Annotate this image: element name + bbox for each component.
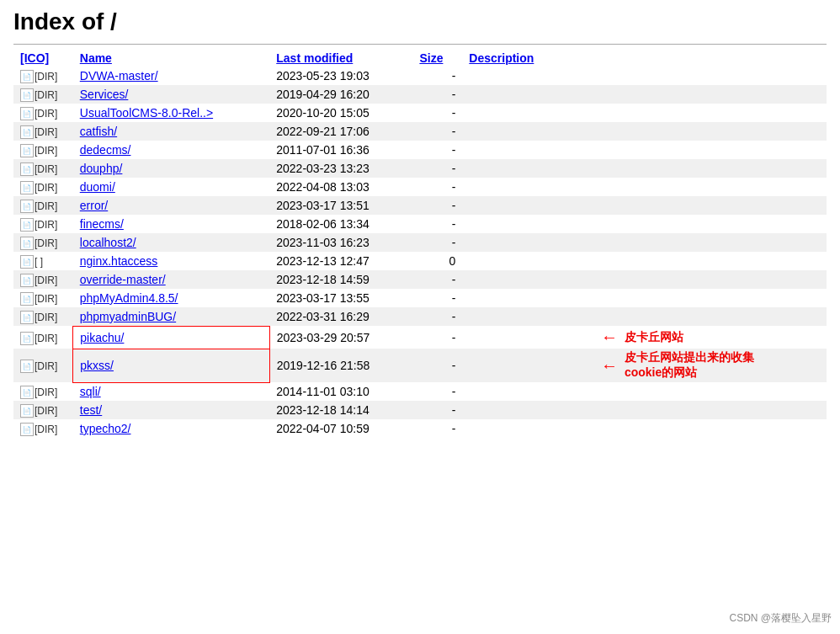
size-cell: - [412, 215, 462, 233]
name-cell: pkxss/ [73, 349, 270, 382]
name-cell: sqli/ [73, 382, 270, 401]
name-cell: localhost2/ [73, 233, 270, 252]
file-link[interactable]: duomi/ [80, 180, 115, 194]
modified-cell: 2023-12-18 14:14 [269, 401, 412, 419]
file-link[interactable]: douphp/ [80, 162, 123, 175]
size-cell: - [412, 196, 462, 215]
size-cell: - [412, 349, 462, 382]
modified-cell: 2022-03-31 16:29 [269, 307, 412, 326]
name-cell: finecms/ [73, 215, 270, 233]
file-link[interactable]: UsualToolCMS-8.0-Rel..> [80, 106, 213, 120]
modified-cell: 2023-11-03 16:23 [269, 233, 412, 252]
callout-cell [567, 233, 827, 252]
desc-cell [462, 252, 567, 270]
desc-cell [462, 233, 567, 252]
modified-cell: 2022-09-21 17:06 [269, 122, 412, 141]
file-icon: 📄 [20, 218, 34, 232]
callout-cell [567, 401, 827, 419]
file-link[interactable]: finecms/ [80, 217, 124, 231]
modified-cell: 2023-03-29 20:57 [269, 326, 412, 349]
file-icon: 📄 [20, 237, 34, 250]
file-link[interactable]: test/ [80, 403, 102, 417]
file-link[interactable]: override-master/ [80, 273, 166, 286]
dir-badge: [DIR] [35, 312, 57, 323]
file-link[interactable]: typecho2/ [80, 422, 131, 435]
file-icon: 📄 [20, 274, 34, 287]
modified-cell: 2023-03-17 13:51 [269, 196, 412, 215]
table-row: 📄 [DIR] pikachu/2023-03-29 20:57- ← 皮卡丘网… [13, 326, 827, 349]
dir-badge: [DIR] [35, 89, 57, 101]
file-icon: 📄 [20, 386, 34, 399]
callout-cell [567, 382, 827, 401]
desc-cell [462, 419, 567, 438]
file-link[interactable]: phpmyadminBUG/ [80, 310, 176, 323]
file-type-icon-cell: 📄 [DIR] [13, 67, 73, 85]
callout-cell [567, 215, 827, 233]
file-link[interactable]: nginx.htaccess [80, 254, 158, 268]
table-row: 📄 [DIR] phpMyAdmin4.8.5/2023-03-17 13:55… [13, 289, 827, 307]
file-type-icon-cell: 📄 [DIR] [13, 215, 73, 233]
name-cell: phpMyAdmin4.8.5/ [73, 289, 270, 307]
desc-cell [462, 159, 567, 178]
desc-cell [462, 349, 567, 382]
callout-cell [567, 141, 827, 159]
file-link[interactable]: catfish/ [80, 125, 117, 138]
file-type-icon-cell: 📄 [DIR] [13, 349, 73, 382]
table-row: 📄 [DIR] duomi/2022-04-08 13:03- [13, 178, 827, 196]
modified-cell: 2022-04-08 13:03 [269, 178, 412, 196]
table-row: 📄 [DIR] catfish/2022-09-21 17:06- [13, 122, 827, 141]
modified-cell: 2014-11-01 03:10 [269, 382, 412, 401]
name-cell: test/ [73, 401, 270, 419]
size-cell: - [412, 419, 462, 438]
col-size: Size [412, 50, 462, 67]
desc-cell [462, 196, 567, 215]
modified-cell: 2019-12-16 21:58 [269, 349, 412, 382]
table-header-row: [ICO] Name Last modified Size Descriptio… [13, 50, 827, 67]
page-title: Index of / [13, 8, 827, 35]
col-ico: [ICO] [13, 50, 73, 67]
size-cell: - [412, 289, 462, 307]
file-type-icon-cell: 📄 [DIR] [13, 307, 73, 326]
desc-cell [462, 382, 567, 401]
file-link[interactable]: error/ [80, 199, 108, 212]
callout-cell [567, 419, 827, 438]
name-cell: nginx.htaccess [73, 252, 270, 270]
file-icon: 📄 [20, 200, 34, 213]
table-row: 📄 [DIR] UsualToolCMS-8.0-Rel..>2020-10-2… [13, 104, 827, 122]
dir-badge: [DIR] [35, 126, 57, 138]
file-icon: 📄 [20, 404, 34, 418]
size-cell: 0 [412, 252, 462, 270]
file-icon: 📄 [20, 125, 34, 139]
size-cell: - [412, 122, 462, 141]
file-type-icon-cell: 📄 [DIR] [13, 85, 73, 104]
file-link[interactable]: DVWA-master/ [80, 69, 158, 83]
file-link[interactable]: dedecms/ [80, 143, 131, 157]
file-link[interactable]: pikachu/ [80, 331, 124, 344]
dir-badge: [DIR] [35, 145, 57, 157]
table-row: 📄 [DIR] pkxss/2019-12-16 21:58- ← 皮卡丘网站提… [13, 349, 827, 382]
file-link[interactable]: localhost2/ [80, 236, 136, 249]
desc-cell [462, 307, 567, 326]
file-type-icon-cell: 📄 [DIR] [13, 326, 73, 349]
arrow-icon: ← [601, 356, 618, 376]
file-type-icon-cell: 📄 [DIR] [13, 419, 73, 438]
size-cell: - [412, 85, 462, 104]
modified-cell: 2023-05-23 19:03 [269, 67, 412, 85]
callout-cell [567, 67, 827, 85]
file-icon: 📄 [20, 181, 34, 194]
file-link[interactable]: Services/ [80, 88, 129, 101]
file-link[interactable]: pkxss/ [80, 359, 114, 372]
file-type-icon-cell: 📄 [DIR] [13, 270, 73, 289]
callout-cell [567, 289, 827, 307]
file-link[interactable]: phpMyAdmin4.8.5/ [80, 291, 178, 305]
file-link[interactable]: sqli/ [80, 385, 101, 398]
desc-cell [462, 141, 567, 159]
name-cell: catfish/ [73, 122, 270, 141]
callout-cell [567, 104, 827, 122]
desc-cell [462, 215, 567, 233]
table-row: 📄 [DIR] localhost2/2023-11-03 16:23- [13, 233, 827, 252]
file-icon: 📄 [20, 144, 34, 157]
table-row: 📄 [DIR] test/2023-12-18 14:14- [13, 401, 827, 419]
file-type-icon-cell: 📄 [DIR] [13, 104, 73, 122]
modified-cell: 2022-03-23 13:23 [269, 159, 412, 178]
